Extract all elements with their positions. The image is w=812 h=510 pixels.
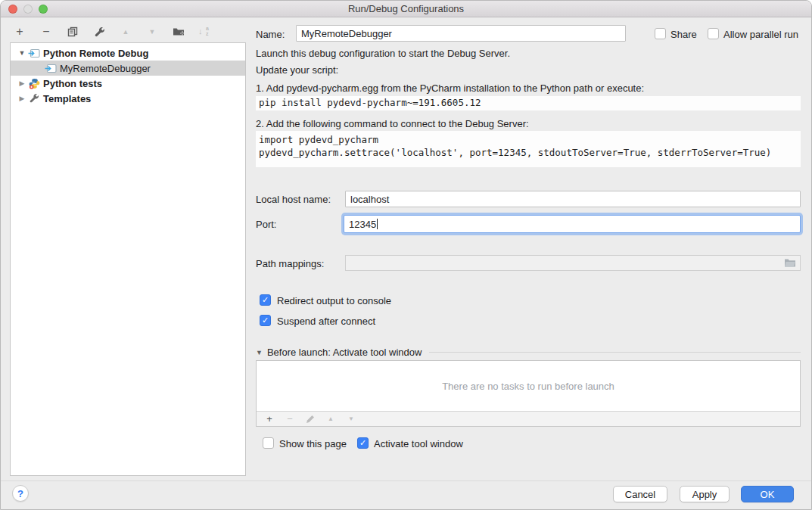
settrace-code-block: import pydevd_pycharmpydevd_pycharm.sett… (256, 131, 801, 167)
configurations-toolbar: + − ▲ ▼ ↓ (13, 23, 209, 40)
share-checkbox[interactable] (655, 28, 666, 39)
python-tests-icon (27, 78, 41, 89)
suspend-after-connect-checkbox[interactable]: ✓ (260, 315, 271, 326)
allow-parallel-run-label: Allow parallel run (723, 29, 798, 40)
before-launch-tasks-panel: There are no tasks to run before launch … (256, 360, 801, 427)
add-task-icon[interactable]: + (264, 414, 275, 424)
ok-button[interactable]: OK (741, 486, 794, 502)
zoom-window-button[interactable] (39, 5, 48, 14)
before-launch-title: Before launch: Activate tool window (267, 347, 422, 358)
text-caret (377, 219, 378, 229)
minimize-window-button[interactable] (23, 5, 33, 14)
collapse-section-icon[interactable]: ▼ (256, 349, 263, 356)
titlebar[interactable]: Run/Debug Configurations (1, 1, 811, 17)
copy-configuration-icon[interactable] (66, 25, 79, 39)
move-task-down-icon[interactable]: ▼ (346, 414, 356, 424)
browse-folder-icon[interactable] (784, 258, 796, 268)
add-configuration-icon[interactable]: + (13, 25, 26, 39)
port-label: Port: (256, 219, 276, 230)
share-label: Share (670, 29, 697, 40)
instruction-step-1: 1. Add pydevd-pycharm.egg from the PyCha… (256, 82, 644, 94)
chevron-collapsed-icon[interactable]: ▶ (17, 79, 27, 87)
tree-item-python-tests[interactable]: ▶ Python tests (11, 76, 245, 91)
cancel-button[interactable]: Cancel (613, 486, 667, 502)
path-mappings-field[interactable] (345, 255, 801, 271)
tree-item-myremotedebugger[interactable]: MyRemoteDebugger (11, 61, 245, 76)
remove-configuration-icon[interactable]: − (39, 25, 53, 39)
port-input[interactable]: 12345 (344, 215, 801, 233)
run-debug-configurations-dialog: Run/Debug Configurations + − ▲ ▼ (0, 0, 812, 510)
remote-debug-icon (27, 48, 41, 58)
move-up-icon[interactable]: ▲ (119, 25, 132, 39)
empty-tasks-message: There are no tasks to run before launch (257, 361, 800, 411)
chevron-collapsed-icon[interactable]: ▶ (17, 95, 27, 102)
instruction-line-2: Update your script: (256, 64, 338, 76)
configurations-tree: ▼ Python Remote Debug MyRemoteDebugger ▶ (10, 42, 246, 476)
local-host-name-label: Local host name: (256, 194, 331, 205)
name-input[interactable] (296, 25, 626, 42)
tree-item-label: Python Remote Debug (43, 48, 148, 59)
traffic-lights (8, 5, 48, 14)
local-host-name-input[interactable] (345, 191, 801, 207)
pip-install-command: pip install pydevd-pycharm~=191.6605.12 (256, 96, 801, 110)
tree-item-python-remote-debug[interactable]: ▼ Python Remote Debug (11, 45, 245, 61)
redirect-output-checkbox[interactable]: ✓ (260, 294, 271, 306)
move-down-icon[interactable]: ▼ (145, 25, 159, 39)
remove-task-icon[interactable]: − (285, 414, 295, 424)
apply-button[interactable]: Apply (680, 486, 730, 502)
sort-configurations-icon[interactable]: ↓ az (198, 26, 209, 38)
allow-parallel-run-checkbox[interactable] (708, 28, 719, 39)
help-button[interactable]: ? (12, 485, 29, 502)
before-launch-header[interactable]: ▼ Before launch: Activate tool window (256, 347, 801, 358)
section-divider (429, 352, 801, 353)
path-mappings-label: Path mappings: (256, 258, 324, 269)
close-window-button[interactable] (8, 5, 17, 14)
new-folder-icon[interactable] (172, 25, 185, 39)
footer-divider (1, 480, 811, 481)
tree-item-templates[interactable]: ▶ Templates (11, 91, 245, 106)
templates-wrench-icon (27, 93, 41, 104)
edit-templates-icon[interactable] (92, 25, 106, 39)
edit-task-icon[interactable] (305, 414, 316, 424)
activate-tool-window-label: Activate tool window (374, 438, 463, 449)
redirect-output-label: Redirect output to console (277, 295, 391, 306)
instruction-step-2: 2. Add the following command to connect … (256, 118, 529, 129)
chevron-expanded-icon[interactable]: ▼ (17, 49, 27, 57)
show-this-page-checkbox[interactable] (263, 437, 274, 449)
tree-item-label: Templates (43, 93, 91, 104)
tree-item-label: Python tests (43, 78, 102, 89)
instruction-line-1: Launch this debug configuration to start… (256, 48, 510, 59)
move-task-up-icon[interactable]: ▲ (325, 414, 336, 424)
tree-item-label: MyRemoteDebugger (60, 63, 151, 74)
tasks-toolbar: + − ▲ ▼ (257, 411, 800, 426)
show-this-page-label: Show this page (279, 438, 347, 449)
activate-tool-window-checkbox[interactable]: ✓ (357, 437, 369, 449)
suspend-after-connect-label: Suspend after connect (277, 316, 375, 327)
remote-debug-icon (44, 64, 58, 73)
window-title: Run/Debug Configurations (348, 3, 464, 14)
name-label: Name: (256, 29, 285, 40)
